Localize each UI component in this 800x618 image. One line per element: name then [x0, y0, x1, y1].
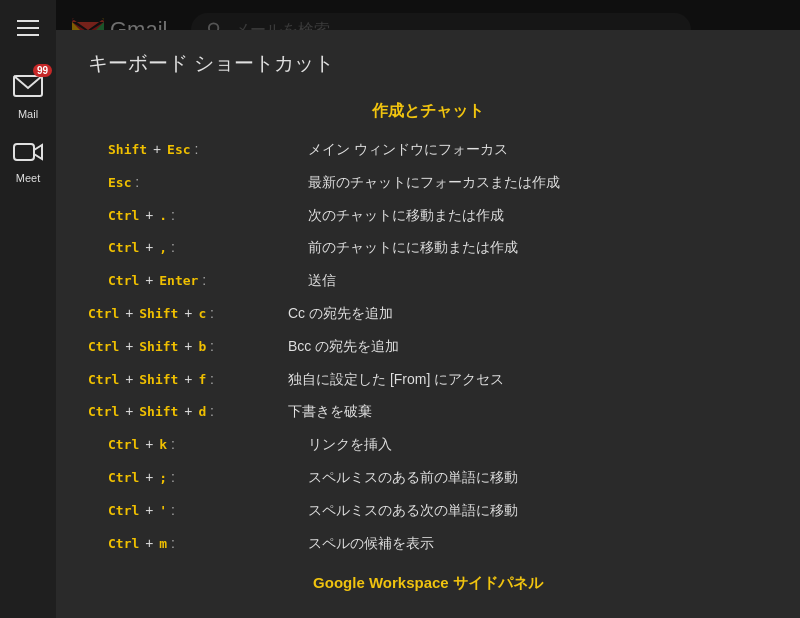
section1-title: 作成とチャット	[88, 101, 768, 122]
meet-label: Meet	[16, 172, 40, 184]
shortcut-keys-ctrl-k: Ctrl + k :	[108, 433, 308, 456]
shortcut-keys-ctrl-shift-f: Ctrl + Shift + f :	[88, 368, 288, 391]
shortcut-row-ctrl-m: Ctrl + m : スペルの候補を表示	[88, 532, 768, 555]
mail-icon-wrap: 99	[10, 68, 46, 104]
hamburger-menu-button[interactable]	[8, 8, 48, 48]
shortcut-row-ctrl-k: Ctrl + k : リンクを挿入	[88, 433, 768, 456]
shortcut-desc-ctrl-comma: 前のチャットにに移動または作成	[308, 236, 518, 258]
shortcut-row-ctrl-shift-f: Ctrl + Shift + f : 独自に設定した [From] にアクセス	[88, 368, 768, 391]
shortcut-row-ctrl-semicolon: Ctrl + ; : スペルミスのある前の単語に移動	[88, 466, 768, 489]
sidebar: 99 Mail Meet	[0, 0, 56, 618]
shortcut-row-ctrl-shift-b: Ctrl + Shift + b : Bcc の宛先を追加	[88, 335, 768, 358]
shortcut-desc-ctrl-m: スペルの候補を表示	[308, 532, 434, 554]
mail-badge: 99	[33, 64, 52, 77]
shortcut-dialog: キーボード ショートカット 作成とチャット Shift + Esc : メイン …	[56, 30, 800, 618]
shortcut-keys-ctrl-quote: Ctrl + ' :	[108, 499, 308, 522]
shortcut-desc-ctrl-dot: 次のチャットに移動または作成	[308, 204, 504, 226]
shortcut-desc-ctrl-shift-c: Cc の宛先を追加	[288, 302, 393, 324]
shortcut-desc-shift-esc: メイン ウィンドウにフォーカス	[308, 138, 508, 160]
shortcut-keys-ctrl-shift-d: Ctrl + Shift + d :	[88, 400, 288, 423]
shortcut-keys-esc: Esc :	[108, 171, 308, 194]
mail-label: Mail	[18, 108, 38, 120]
svg-rect-1	[14, 144, 34, 160]
shortcut-row-ctrl-enter: Ctrl + Enter : 送信	[88, 269, 768, 292]
shortcut-keys-shift-esc: Shift + Esc :	[108, 138, 308, 161]
shortcut-desc-ctrl-enter: 送信	[308, 269, 336, 291]
dialog-title: キーボード ショートカット	[88, 50, 768, 77]
sidebar-item-meet[interactable]: Meet	[12, 136, 44, 184]
shortcut-desc-ctrl-semicolon: スペルミスのある前の単語に移動	[308, 466, 518, 488]
svg-marker-2	[34, 145, 42, 159]
shortcut-desc-ctrl-shift-d: 下書きを破棄	[288, 400, 372, 422]
meet-icon	[12, 136, 44, 168]
shortcut-desc-ctrl-shift-b: Bcc の宛先を追加	[288, 335, 399, 357]
shortcut-row-shift-esc: Shift + Esc : メイン ウィンドウにフォーカス	[88, 138, 768, 161]
shortcut-keys-ctrl-shift-b: Ctrl + Shift + b :	[88, 335, 288, 358]
shortcut-desc-ctrl-quote: スペルミスのある次の単語に移動	[308, 499, 518, 521]
shortcut-row-ctrl-dot: Ctrl + . : 次のチャットに移動または作成	[88, 204, 768, 227]
shortcut-keys-ctrl-dot: Ctrl + . :	[108, 204, 308, 227]
shortcut-row-ctrl-shift-c: Ctrl + Shift + c : Cc の宛先を追加	[88, 302, 768, 325]
sidebar-item-mail[interactable]: 99 Mail	[10, 68, 46, 120]
shortcut-desc-ctrl-shift-f: 独自に設定した [From] にアクセス	[288, 368, 504, 390]
shortcut-keys-ctrl-shift-c: Ctrl + Shift + c :	[88, 302, 288, 325]
shortcut-keys-ctrl-m: Ctrl + m :	[108, 532, 308, 555]
shortcut-keys-ctrl-comma: Ctrl + , :	[108, 236, 308, 259]
shortcut-row-esc: Esc : 最新のチャットにフォーカスまたは作成	[88, 171, 768, 194]
shortcut-row-ctrl-quote: Ctrl + ' : スペルミスのある次の単語に移動	[88, 499, 768, 522]
shortcut-keys-ctrl-semicolon: Ctrl + ; :	[108, 466, 308, 489]
shortcut-desc-esc: 最新のチャットにフォーカスまたは作成	[308, 171, 560, 193]
section2-title: Google Workspace サイドパネル	[88, 574, 768, 593]
shortcut-row-ctrl-shift-d: Ctrl + Shift + d : 下書きを破棄	[88, 400, 768, 423]
shortcut-desc-ctrl-k: リンクを挿入	[308, 433, 392, 455]
shortcut-row-ctrl-comma: Ctrl + , : 前のチャットにに移動または作成	[88, 236, 768, 259]
shortcut-keys-ctrl-enter: Ctrl + Enter :	[108, 269, 308, 292]
